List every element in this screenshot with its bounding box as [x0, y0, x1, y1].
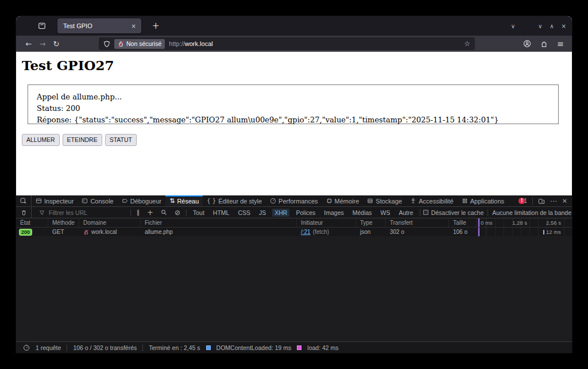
- column-methode[interactable]: Méthode: [48, 218, 79, 227]
- storage-icon: [367, 198, 373, 204]
- log-line-response: Réponse: {"status":"success","message":"…: [37, 114, 550, 126]
- allumer-button[interactable]: ALLUMER: [22, 134, 60, 146]
- tab-performances[interactable]: Performances: [266, 195, 322, 206]
- new-request-icon[interactable]: +: [145, 208, 155, 217]
- list-all-tabs-icon[interactable]: ∨: [511, 23, 515, 29]
- pick-element-icon[interactable]: [16, 195, 32, 206]
- tab-title: Test GPIO: [63, 22, 129, 29]
- filter-images[interactable]: Images: [322, 209, 346, 217]
- disable-cache-label: Désactiver le cache: [431, 209, 484, 216]
- security-badge[interactable]: Non sécurisé: [114, 39, 165, 49]
- separator: [130, 209, 131, 216]
- tab-close-icon[interactable]: ×: [129, 22, 138, 30]
- new-tab-button[interactable]: +: [148, 21, 164, 31]
- cell-size: 106 o: [449, 228, 477, 236]
- tab-console[interactable]: Console: [78, 195, 117, 206]
- window-close-icon[interactable]: ×: [562, 23, 566, 29]
- tab-accessibilite[interactable]: Accessibilité: [406, 195, 458, 206]
- log-line-status: Status: 200: [37, 103, 550, 114]
- insecure-lock-icon: [83, 229, 89, 235]
- filter-xhr[interactable]: XHR: [272, 209, 289, 217]
- tab-memoire[interactable]: Mémoire: [322, 195, 363, 206]
- tab-applications[interactable]: Applications: [458, 195, 508, 206]
- clear-requests-icon[interactable]: [16, 207, 32, 218]
- request-count[interactable]: 1 requête: [36, 344, 61, 351]
- throttling-select[interactable]: Aucune limitation de la bande passante: [492, 209, 572, 216]
- block-icon[interactable]: ⊘: [173, 209, 182, 217]
- tab-reseau[interactable]: ⇅ Réseau: [165, 195, 203, 206]
- waterfall-bar: [543, 230, 544, 235]
- tab-editeur-de-style[interactable]: { } Éditeur de style: [203, 195, 266, 206]
- style-editor-icon: { }: [207, 198, 216, 204]
- filter-autre[interactable]: Autre: [397, 209, 416, 217]
- separator: [142, 344, 143, 351]
- filter-polices[interactable]: Polices: [293, 209, 318, 217]
- filter-url-input[interactable]: [49, 209, 126, 216]
- separator: [420, 209, 420, 216]
- tab-inspecteur[interactable]: Inspecteur: [32, 195, 78, 206]
- devtools-tabbar: Inspecteur Console Débogueur ⇅ Réseau: [16, 195, 572, 207]
- filter-tout[interactable]: Tout: [191, 209, 207, 217]
- cell-transferred: 302 o: [386, 228, 449, 236]
- window-unshade-icon[interactable]: ∧: [550, 23, 554, 29]
- tab-bar: Test GPIO × + ∨ ∨ ∧ ×: [16, 16, 572, 36]
- forward-button[interactable]: →: [36, 40, 49, 48]
- extension-icon[interactable]: [540, 40, 548, 48]
- reload-button[interactable]: ↻: [49, 40, 63, 48]
- page-title: Test GPIO27: [22, 57, 114, 73]
- cell-waterfall: 12 ms: [477, 228, 572, 236]
- throttle-gauge-icon[interactable]: [23, 344, 30, 351]
- throttling-label: Aucune limitation de la bande passante: [492, 209, 572, 216]
- account-icon[interactable]: [523, 40, 531, 48]
- initiator-kind: (fetch): [313, 229, 329, 235]
- tab-test-gpio[interactable]: Test GPIO ×: [57, 18, 141, 33]
- dcl-time[interactable]: DOMContentLoaded: 19 ms: [216, 344, 292, 351]
- navigation-bar: ← → ↻ Non sécurisé http://work.local ☆: [16, 36, 572, 52]
- responsive-design-icon[interactable]: [538, 198, 545, 205]
- tab-debogueur[interactable]: Débogueur: [118, 195, 165, 206]
- debugger-icon: [122, 198, 128, 204]
- network-icon: ⇅: [169, 197, 175, 205]
- error-counter[interactable]: ! 1: [519, 198, 527, 204]
- tab-label: Console: [90, 198, 113, 205]
- statut-button[interactable]: STATUT: [105, 134, 137, 146]
- column-initiateur[interactable]: Initiateur: [297, 218, 356, 227]
- waterfall-duration: 12 ms: [546, 228, 561, 236]
- column-fichier[interactable]: Fichier: [141, 218, 297, 227]
- disable-cache-checkbox[interactable]: [423, 210, 428, 215]
- hamburger-menu-icon[interactable]: ≡: [557, 39, 564, 48]
- disable-cache-control[interactable]: Désactiver le cache: [420, 209, 484, 216]
- filter-funnel-icon: [39, 210, 45, 216]
- pause-icon[interactable]: ‖: [135, 209, 141, 216]
- window-shade-icon[interactable]: ∨: [538, 23, 542, 29]
- bookmark-star-icon[interactable]: ☆: [464, 40, 470, 48]
- url-bar[interactable]: Non sécurisé http://work.local ☆: [99, 37, 475, 50]
- cell-method: GET: [48, 228, 79, 236]
- eteindre-button[interactable]: ETEINDRE: [63, 134, 102, 146]
- column-etat[interactable]: État: [16, 218, 48, 227]
- filter-js[interactable]: JS: [257, 209, 268, 217]
- tab-label: Accessibilité: [419, 198, 454, 205]
- column-taille[interactable]: Taille: [449, 218, 477, 227]
- request-row[interactable]: 200 GET work.local allume.php /:21 (fetc…: [16, 228, 572, 237]
- back-button[interactable]: ←: [22, 40, 36, 48]
- filter-html[interactable]: HTML: [211, 209, 232, 217]
- filter-css[interactable]: CSS: [235, 209, 253, 217]
- filter-medias[interactable]: Médias: [350, 209, 374, 217]
- column-domaine[interactable]: Domaine: [79, 218, 141, 227]
- column-timeline[interactable]: 0 ms 1,28 s 2,56 s: [477, 218, 572, 227]
- search-icon[interactable]: [159, 209, 169, 216]
- initiator-link[interactable]: /:21: [301, 229, 311, 235]
- meatball-menu-icon[interactable]: ⋯: [550, 197, 557, 205]
- filter-ws[interactable]: WS: [378, 209, 393, 217]
- separator: [186, 209, 187, 216]
- column-transfert[interactable]: Transfert: [386, 218, 449, 227]
- tracking-shield-icon[interactable]: [103, 40, 110, 48]
- firefox-view-icon[interactable]: [34, 20, 49, 32]
- devtools-close-icon[interactable]: ×: [562, 197, 567, 205]
- column-type[interactable]: Type: [356, 218, 386, 227]
- memory-icon: [326, 198, 332, 204]
- tab-stockage[interactable]: Stockage: [363, 195, 406, 206]
- tab-label: Éditeur de style: [218, 198, 262, 205]
- load-time[interactable]: load: 42 ms: [307, 344, 338, 351]
